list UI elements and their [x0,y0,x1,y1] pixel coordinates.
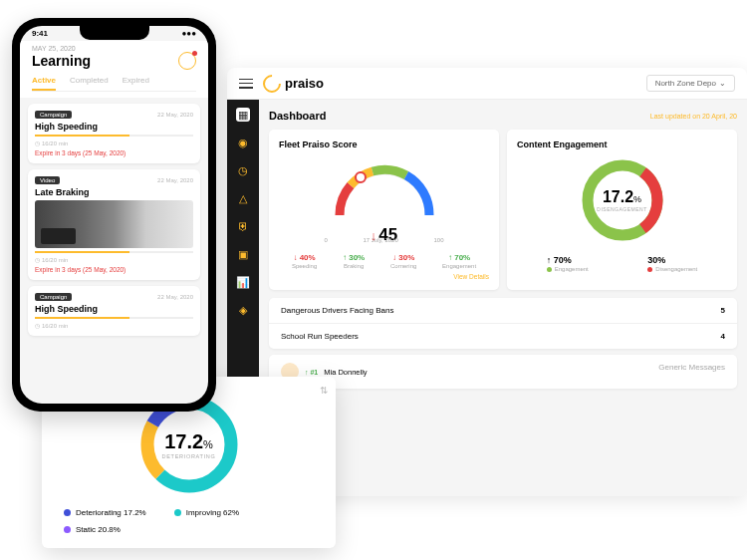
warning-icon[interactable]: △ [236,191,250,205]
phone-tabs: ActiveCompletedExpired [32,76,196,92]
legend-item: Improving 62% [174,508,239,517]
legend-label: Improving 62% [186,508,239,517]
popup-center: 17.2% DETERIORATING [162,430,216,459]
phone-date: MAY 25, 2020 [32,45,196,52]
list-item[interactable]: School Run Speeders4 [269,324,737,349]
donut-center: 17.2% DISENGAGEMENT [597,188,646,212]
driver-tag: Generic Messages [658,363,725,381]
phone-screen: 9:41 ●●● MAY 25, 2020 Learning ActiveCom… [20,26,208,404]
card-title: High Speeding [35,304,193,314]
metric-disengagement: 30%Disengagement [647,255,697,272]
brand-logo[interactable]: praiso [263,75,324,93]
collapse-icon[interactable]: ⇅ [320,385,328,396]
legend-label: Deteriorating 17.2% [76,508,146,517]
learning-card[interactable]: Video22 May, 2020 Late Braking ◷ 16/20 m… [28,169,200,280]
view-details-link[interactable]: View Details [279,273,489,280]
metric-label: Engagement [547,266,589,272]
depot-label: North Zone Depo [655,79,716,88]
phone-title: Learning [32,53,91,69]
stats-list: Dangerous Drivers Facing Bans5School Run… [269,298,737,349]
gauge-chart: ↓ 45 0 17 July, 2020 100 [279,155,489,243]
donut-chart: 17.2% DISENGAGEMENT [578,155,667,245]
popup-legend: Deteriorating 17.2%Improving 62%Static 2… [56,508,322,534]
metric-value: ↑ 70% [442,253,476,262]
metric-label: Cornering [390,263,416,269]
tab-active[interactable]: Active [32,76,56,91]
grid-icon[interactable]: ▦ [236,108,250,122]
engagement-metrics: ↑ 70%Engagement 30%Disengagement [517,255,727,272]
legend-dot [174,509,181,516]
card-meta: ◷ 16/20 min [35,322,193,329]
hamburger-icon[interactable] [239,79,253,89]
learning-card[interactable]: Campaign22 May, 2020 High Speeding ◷ 16/… [28,286,200,336]
phone-header: MAY 25, 2020 Learning ActiveCompletedExp… [20,41,208,98]
metric-engagement: ↑ 70%Engagement [442,253,476,269]
metric-label: Speeding [292,263,317,269]
card-date: 22 May, 2020 [157,177,193,183]
svg-point-0 [356,172,366,182]
metric-engagement: ↑ 70%Engagement [547,255,589,272]
chart-icon[interactable]: 📊 [236,275,250,289]
legend-dot [64,509,71,516]
clock-icon: ◷ [35,256,40,263]
fleet-score-card: Fleet Praiso Score ↓ 45 [269,130,499,290]
driver-name: Mia Donnelly [324,368,367,377]
help-icon[interactable]: ◈ [236,303,250,317]
phone-card-list[interactable]: Campaign22 May, 2020 High Speeding ◷ 16/… [20,98,208,398]
card-badge: Campaign [35,293,72,301]
avatar-icon[interactable] [178,52,196,70]
row-value: 5 [721,306,725,315]
progress-bar [35,317,193,319]
metric-label: Engagement [442,263,476,269]
card-date: 22 May, 2020 [157,294,193,300]
desktop-topbar: praiso North Zone Depo ⌄ [227,68,747,100]
progress-bar [35,251,193,253]
progress-bar [35,135,193,137]
card-meta: ◷ 16/20 min [35,140,193,146]
metric-value: ↓ 30% [390,253,416,262]
page-title: Dashboard [269,110,326,122]
card-badge: Video [35,176,60,184]
row-label: School Run Speeders [281,332,359,341]
logo-icon [259,71,284,96]
card-expire: Expire in 3 days (25 May, 2020) [35,266,193,273]
legend-item: Deteriorating 17.2% [64,508,146,517]
fleet-metrics: ↓ 40%Speeding↑ 30%Braking↓ 30%Cornering↑… [279,253,489,269]
list-item[interactable]: Dangerous Drivers Facing Bans5 [269,298,737,324]
map-icon[interactable]: ▣ [236,247,250,261]
card-title: Late Braking [35,187,193,197]
clock-icon[interactable]: ◷ [236,163,250,177]
metric-label: Disengagement [647,266,697,272]
metric-braking: ↑ 30%Braking [343,253,365,269]
row-label: Dangerous Drivers Facing Bans [281,306,393,315]
gauge-icon[interactable]: ◉ [236,136,250,149]
card-title: Fleet Praiso Score [279,140,489,149]
metric-label: Braking [343,263,365,269]
phone-signal-icon: ●●● [182,29,197,38]
card-date: 22 May, 2020 [157,112,193,118]
learning-card[interactable]: Campaign22 May, 2020 High Speeding ◷ 16/… [28,104,200,163]
phone-notch [80,26,149,40]
depot-selector[interactable]: North Zone Depo ⌄ [646,75,735,92]
engagement-card: Content Engagement 17.2% DISENGAGEMENT ↑… [507,130,737,290]
legend-dot [64,526,71,533]
metric-value: ↑ 70% [547,255,589,265]
phone-mockup: 9:41 ●●● MAY 25, 2020 Learning ActiveCom… [12,18,216,412]
metric-cornering: ↓ 30%Cornering [390,253,416,269]
card-title: Content Engagement [517,140,727,149]
metric-value: 30% [647,255,697,265]
tab-expired[interactable]: Expired [123,76,149,91]
shield-icon[interactable]: ⛨ [236,219,250,233]
tab-completed[interactable]: Completed [70,76,109,91]
card-expire: Expire in 3 days (25 May, 2020) [35,149,193,156]
card-title: High Speeding [35,122,193,132]
clock-icon: ◷ [35,140,40,146]
phone-time: 9:41 [32,29,48,38]
metric-value: ↓ 40% [292,253,317,262]
last-updated: Last updated on 20 April, 20 [650,113,737,120]
card-badge: Campaign [35,111,72,119]
legend-item: Static 20.8% [64,525,121,534]
driver-row[interactable]: ↑ #1 Mia Donnelly Generic Messages [269,355,737,389]
gauge-svg [325,155,444,225]
card-meta: ◷ 16/20 min [35,256,193,263]
